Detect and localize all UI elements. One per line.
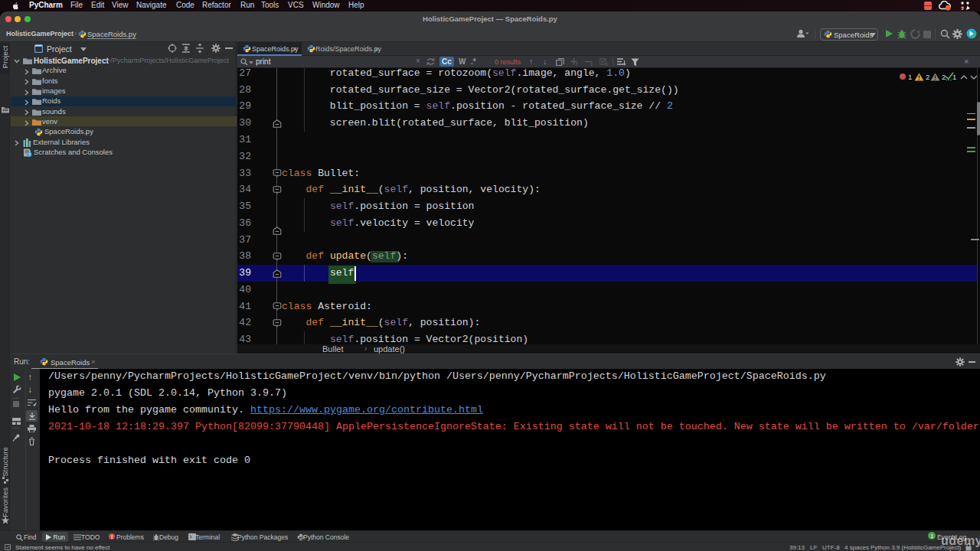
svg-text:2: 2 <box>962 5 964 10</box>
